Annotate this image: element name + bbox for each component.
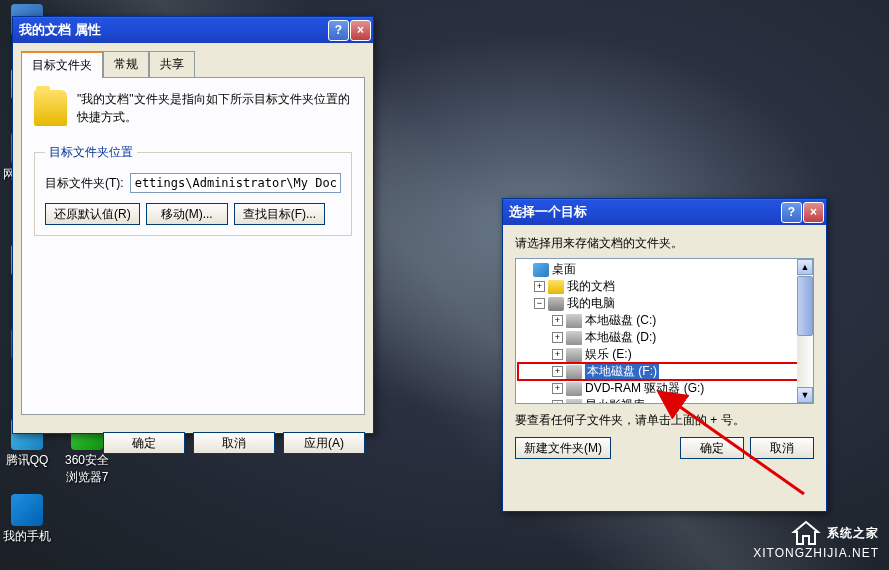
drive-icon (566, 331, 582, 345)
desktop-icon[interactable]: 我的手机 (2, 494, 52, 545)
target-location-group: 目标文件夹位置 目标文件夹(T): 还原默认值(R) 移动(M)... 查找目标… (34, 144, 352, 236)
folder-icon (548, 280, 564, 294)
tree-node-drive-d[interactable]: +本地磁盘 (D:) (518, 329, 811, 346)
expand-icon[interactable]: + (552, 400, 563, 404)
help-button[interactable]: ? (781, 202, 802, 223)
scroll-thumb[interactable] (797, 276, 813, 336)
folder-tree[interactable]: 桌面 +我的文档 −我的电脑 +本地磁盘 (C:) +本地磁盘 (D:) +娱乐… (515, 258, 814, 404)
drive-icon (566, 365, 582, 379)
browse-folder-dialog: 选择一个目标 ? × 请选择用来存储文档的文件夹。 桌面 +我的文档 −我的电脑… (502, 198, 827, 512)
expand-icon[interactable]: + (552, 332, 563, 343)
tree-node-drive-e[interactable]: +娱乐 (E:) (518, 346, 811, 363)
window-title: 我的文档 属性 (19, 21, 327, 39)
help-button[interactable]: ? (328, 20, 349, 41)
tab-general[interactable]: 常规 (103, 51, 149, 78)
drive-icon (566, 382, 582, 396)
target-label: 目标文件夹(T): (45, 175, 124, 192)
tree-node-drive-c[interactable]: +本地磁盘 (C:) (518, 312, 811, 329)
titlebar[interactable]: 我的文档 属性 ? × (13, 17, 373, 43)
apply-button[interactable]: 应用(A) (283, 432, 365, 454)
scroll-up-button[interactable]: ▲ (797, 259, 813, 275)
expand-icon[interactable]: + (552, 383, 563, 394)
watermark-url: XITONGZHIJIA.NET (753, 546, 879, 560)
drive-icon (566, 348, 582, 362)
expand-icon[interactable]: + (552, 349, 563, 360)
drive-icon (566, 314, 582, 328)
hint-text: 要查看任何子文件夹，请单击上面的 + 号。 (515, 412, 814, 429)
tree-node-drive-g[interactable]: +DVD-RAM 驱动器 (G:) (518, 380, 811, 397)
scroll-down-button[interactable]: ▼ (797, 387, 813, 403)
watermark: 系统之家 XITONGZHIJIA.NET (753, 520, 879, 560)
desktop-icon (533, 263, 549, 277)
restore-default-button[interactable]: 还原默认值(R) (45, 203, 140, 225)
new-folder-button[interactable]: 新建文件夹(M) (515, 437, 611, 459)
cancel-button[interactable]: 取消 (750, 437, 814, 459)
scrollbar-vertical[interactable]: ▲ ▼ (797, 259, 813, 403)
tab-panel: "我的文档"文件夹是指向如下所示目标文件夹位置的快捷方式。 目标文件夹位置 目标… (21, 77, 365, 415)
move-button[interactable]: 移动(M)... (146, 203, 228, 225)
folder-icon (34, 90, 67, 126)
tab-target-folder[interactable]: 目标文件夹 (21, 51, 103, 78)
tree-node-extra[interactable]: +星火影视库 (518, 397, 811, 404)
tab-sharing[interactable]: 共享 (149, 51, 195, 78)
expand-icon[interactable]: + (552, 315, 563, 326)
computer-icon (548, 297, 564, 311)
expand-icon[interactable]: + (534, 281, 545, 292)
ok-button[interactable]: 确定 (103, 432, 185, 454)
find-target-button[interactable]: 查找目标(F)... (234, 203, 325, 225)
prompt-text: 请选择用来存储文档的文件夹。 (515, 235, 814, 252)
titlebar[interactable]: 选择一个目标 ? × (503, 199, 826, 225)
expand-icon[interactable]: + (552, 366, 563, 377)
close-button[interactable]: × (350, 20, 371, 41)
tab-strip: 目标文件夹 常规 共享 (21, 51, 365, 78)
group-legend: 目标文件夹位置 (45, 144, 137, 161)
tree-node-mydocs[interactable]: +我的文档 (518, 278, 811, 295)
description-text: "我的文档"文件夹是指向如下所示目标文件夹位置的快捷方式。 (77, 90, 352, 126)
collapse-icon[interactable]: − (534, 298, 545, 309)
window-title: 选择一个目标 (509, 203, 780, 221)
properties-dialog: 我的文档 属性 ? × 目标文件夹 常规 共享 "我的文档"文件夹是指向如下所示… (12, 16, 374, 434)
house-icon (791, 520, 821, 546)
watermark-brand: 系统之家 (827, 525, 879, 542)
cancel-button[interactable]: 取消 (193, 432, 275, 454)
ok-button[interactable]: 确定 (680, 437, 744, 459)
tree-node-mycomputer[interactable]: −我的电脑 (518, 295, 811, 312)
tree-node-drive-f[interactable]: +本地磁盘 (F:) (518, 363, 811, 380)
drive-icon (566, 399, 582, 405)
close-button[interactable]: × (803, 202, 824, 223)
target-input[interactable] (130, 173, 341, 193)
tree-node-desktop[interactable]: 桌面 (518, 261, 811, 278)
